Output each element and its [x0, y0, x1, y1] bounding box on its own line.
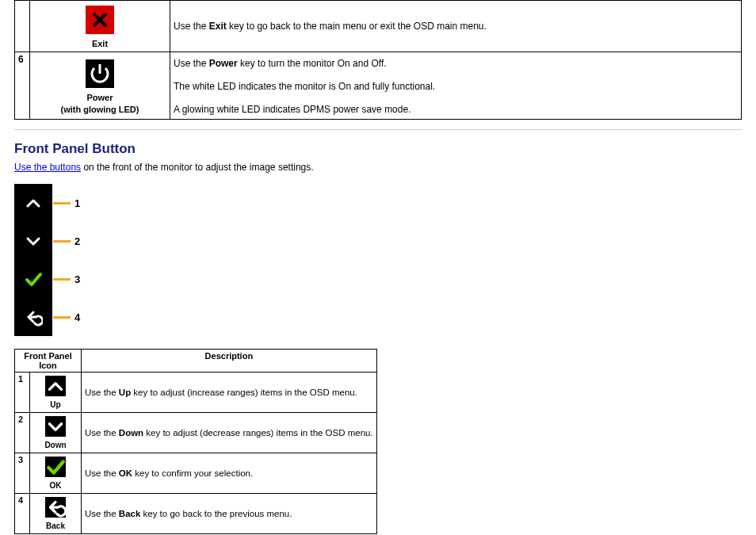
panel-row: 1 — [14, 184, 756, 222]
panel-row: 4 — [14, 298, 756, 336]
row-number: 4 — [15, 494, 30, 534]
ok-icon — [45, 457, 66, 477]
row-icon-cell: Up — [30, 373, 82, 413]
row-description: Use the Power key to turn the monitor On… — [170, 52, 742, 120]
row-icon-cell: OK — [30, 453, 82, 494]
panel-callout-number: 1 — [74, 197, 80, 209]
exit-icon — [86, 6, 114, 34]
row-description: Use the Exit key to go back to the main … — [170, 1, 742, 52]
leader-line — [53, 278, 71, 281]
row-icon-label: Exit — [32, 39, 168, 48]
row-icon-label: Back — [32, 522, 79, 530]
row-icon-label: Up — [32, 400, 79, 409]
row-number — [15, 1, 30, 52]
panel-row: 3 — [14, 260, 756, 298]
back-icon — [45, 497, 66, 518]
section-heading: Front Panel Button — [14, 141, 756, 157]
use-buttons-link[interactable]: Use the buttons — [14, 162, 81, 173]
table-row: 1UpUse the Up key to adjust (increase ra… — [15, 373, 377, 413]
row-description: Use the Down key to adjust (decrease ran… — [82, 413, 377, 453]
leader-line — [53, 240, 71, 243]
top-controls-table: ExitUse the Exit key to go back to the m… — [14, 0, 742, 120]
row-icon-cell: Back — [30, 494, 82, 534]
panel-down-button — [14, 222, 52, 260]
down-icon — [45, 416, 66, 437]
panel-back-button — [14, 298, 52, 336]
row-number: 1 — [15, 373, 30, 413]
row-icon-cell: Power(with glowing LED) — [30, 52, 170, 120]
table-row: 4BackUse the Back key to go back to the … — [15, 494, 377, 534]
col-header-desc: Description — [82, 350, 377, 373]
panel-ok-button — [14, 260, 52, 298]
up-icon — [45, 376, 66, 396]
row-description: Use the OK key to confirm your selection… — [82, 453, 377, 494]
front-panel-table: Front Panel Icon Description 1UpUse the … — [14, 349, 377, 534]
panel-callout-number: 4 — [74, 311, 80, 323]
row-icon-label: OK — [32, 481, 79, 490]
panel-row: 2 — [14, 222, 756, 260]
front-panel-diagram: 1234 — [14, 184, 756, 336]
col-header-icon: Front Panel Icon — [15, 350, 82, 373]
intro-rest: on the front of the monitor to adjust th… — [81, 162, 314, 173]
row-number: 3 — [15, 453, 30, 494]
row-number: 6 — [15, 52, 30, 120]
row-icon-cell: Down — [30, 413, 82, 453]
panel-callout-number: 2 — [74, 235, 80, 247]
section-divider — [14, 129, 742, 130]
power-icon — [86, 59, 114, 88]
row-description: Use the Up key to adjust (increase range… — [82, 373, 377, 413]
row-description: Use the Back key to go back to the previ… — [82, 494, 377, 534]
row-icon-cell: Exit — [30, 1, 170, 52]
row-number: 2 — [15, 413, 30, 453]
leader-line — [53, 202, 71, 204]
intro-text: Use the buttons on the front of the moni… — [14, 162, 756, 173]
row-icon-label: Down — [32, 441, 79, 449]
table-row: 3OKUse the OK key to confirm your select… — [15, 453, 377, 494]
row-icon-label: Power — [32, 93, 168, 102]
table-row: 2DownUse the Down key to adjust (decreas… — [15, 413, 377, 453]
panel-callout-number: 3 — [74, 273, 80, 285]
leader-line — [53, 316, 71, 319]
panel-up-button — [14, 184, 52, 222]
